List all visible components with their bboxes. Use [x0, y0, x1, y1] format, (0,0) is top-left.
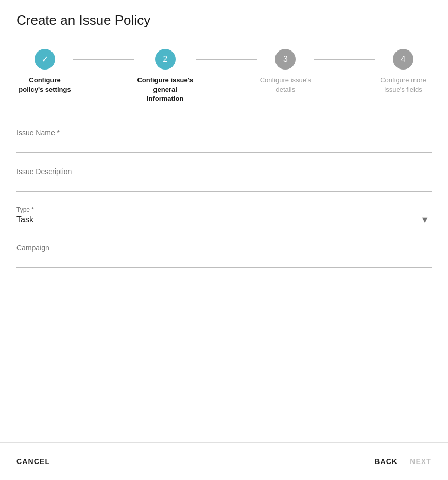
step-2: 2 Configure issue's general information	[134, 49, 196, 104]
connector-1-2	[73, 49, 134, 60]
step-2-label: Configure issue's general information	[134, 76, 196, 104]
checkmark-icon: ✓	[41, 54, 49, 65]
type-select[interactable]: Task Bug Story Epic	[16, 215, 432, 224]
step-3-number: 3	[283, 55, 288, 64]
type-select-container: Task Bug Story Epic ▼	[16, 215, 432, 225]
issue-name-input[interactable]	[16, 139, 432, 148]
footer-left: CANCEL	[16, 453, 50, 470]
issue-description-field-container: Issue Description	[16, 167, 432, 192]
cancel-button[interactable]: CANCEL	[16, 453, 50, 470]
campaign-field-container: Campaign	[16, 244, 432, 268]
step-3-circle: 3	[275, 49, 296, 70]
step-2-number: 2	[163, 55, 167, 64]
issue-name-field-container: Issue Name *	[16, 129, 432, 153]
back-button[interactable]: BACK	[374, 453, 398, 470]
footer-right: BACK NEXT	[374, 453, 432, 470]
footer: CANCEL BACK NEXT	[0, 442, 448, 480]
step-4-label: Configure more issue's fields	[375, 76, 432, 94]
step-3: 3 Configure issue's details	[257, 49, 314, 94]
step-2-circle: 2	[155, 49, 176, 70]
connector-2-3	[196, 49, 257, 60]
issue-name-label: Issue Name *	[16, 129, 432, 137]
type-label: Type *	[16, 206, 432, 213]
campaign-label: Campaign	[16, 244, 432, 252]
next-button[interactable]: NEXT	[410, 453, 432, 470]
issue-description-input[interactable]	[16, 178, 432, 187]
form: Issue Name * Issue Description Type * Ta…	[16, 129, 432, 442]
step-1: ✓ Configure policy's settings	[16, 49, 73, 94]
stepper: ✓ Configure policy's settings 2 Configur…	[16, 49, 432, 104]
step-4: 4 Configure more issue's fields	[375, 49, 432, 94]
step-4-circle: 4	[393, 49, 413, 70]
step-1-label: Configure policy's settings	[16, 76, 73, 94]
connector-3-4	[314, 49, 375, 60]
step-1-circle: ✓	[35, 49, 55, 70]
type-field-container: Type * Task Bug Story Epic ▼	[16, 206, 432, 229]
step-4-number: 4	[401, 55, 406, 64]
page-title: Create an Issue Policy	[16, 12, 432, 28]
campaign-input[interactable]	[16, 254, 432, 263]
issue-description-label: Issue Description	[16, 167, 432, 176]
step-3-label: Configure issue's details	[257, 76, 314, 94]
